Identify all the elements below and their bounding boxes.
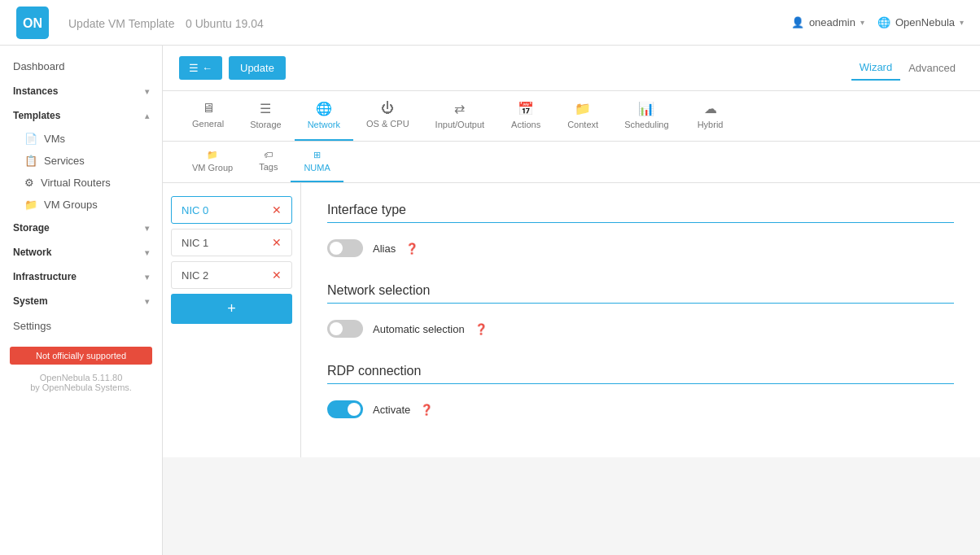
vm-group-tab-icon: 📁	[207, 150, 218, 160]
back-list-icon: ☰	[189, 62, 199, 74]
rdp-activate-help-icon[interactable]: ❓	[420, 404, 433, 416]
tab-network[interactable]: 🌐 Network	[295, 91, 353, 141]
alias-help-icon[interactable]: ❓	[405, 243, 418, 255]
toolbar-right: Wizard Advanced	[851, 55, 964, 81]
svg-text:ON: ON	[23, 15, 42, 29]
context-icon: 📁	[575, 101, 591, 116]
cloud-chevron-icon: ▾	[960, 18, 964, 27]
user-name: oneadmin	[809, 16, 855, 28]
activate-label: Activate	[373, 404, 410, 416]
tab-input-output[interactable]: ⇄ Input/Output	[422, 91, 498, 141]
sidebar-item-virtual-routers[interactable]: ⚙ Virtual Routers	[0, 172, 162, 194]
automatic-selection-row: Automatic selection ❓	[327, 313, 954, 344]
logo-icon: ON	[16, 7, 49, 39]
sidebar-item-vm-groups[interactable]: 📁 VM Groups	[0, 194, 162, 216]
tab-scheduling[interactable]: 📊 Scheduling	[611, 91, 681, 141]
interface-type-section: Interface type Alias ❓	[327, 203, 954, 264]
advanced-button[interactable]: Advanced	[900, 56, 964, 80]
alias-row: Alias ❓	[327, 233, 954, 264]
user-icon: 👤	[791, 16, 804, 28]
alias-toggle-slider	[327, 239, 363, 257]
services-icon: 📋	[24, 155, 37, 167]
tab2-vm-group[interactable]: 📁 VM Group	[179, 142, 246, 182]
header-left: ON Update VM Template 0 Ubuntu 19.04	[16, 7, 264, 39]
network-tab-icon: 🌐	[316, 101, 332, 116]
back-arrow-icon: ←	[202, 62, 212, 74]
user-info[interactable]: 👤 oneadmin ▾	[791, 16, 864, 28]
sidebar-item-dashboard[interactable]: Dashboard	[0, 54, 162, 79]
toolbar: ☰ ← Update Wizard Advanced	[163, 46, 980, 91]
rdp-activate-row: Activate ❓	[327, 394, 954, 425]
automatic-selection-slider	[327, 320, 363, 338]
sidebar-item-settings[interactable]: Settings	[0, 313, 162, 339]
storage-chevron-icon: ▾	[145, 224, 149, 233]
tabs-row2: 📁 VM Group 🏷 Tags ⊞ NUMA	[163, 142, 980, 183]
nic2-delete-icon[interactable]: ✕	[272, 269, 282, 282]
tab-context[interactable]: 📁 Context	[554, 91, 611, 141]
sidebar-item-vms[interactable]: 📄 VMs	[0, 128, 162, 150]
cloud-icon: 🌐	[877, 16, 890, 28]
sidebar-section-infrastructure[interactable]: Infrastructure ▾	[0, 264, 162, 289]
alias-label: Alias	[373, 243, 396, 255]
nic-panel: NIC 0 ✕ NIC 1 ✕ NIC 2 ✕ +	[163, 183, 301, 457]
storage-tab-icon: ☰	[260, 101, 271, 116]
back-button[interactable]: ☰ ←	[179, 56, 222, 80]
virtual-routers-icon: ⚙	[24, 177, 34, 189]
nic1-delete-icon[interactable]: ✕	[272, 236, 282, 249]
numa-tab-icon: ⊞	[313, 150, 321, 160]
cloud-info[interactable]: 🌐 OpenNebula ▾	[877, 16, 964, 28]
tab-hybrid[interactable]: ☁ Hybrid	[682, 91, 739, 141]
sidebar-section-network[interactable]: Network ▾	[0, 240, 162, 264]
system-chevron-icon: ▾	[145, 297, 149, 306]
alias-toggle[interactable]	[327, 239, 363, 257]
main-tabs: 🖥 General ☰ Storage 🌐 Network ⏻ OS & CPU…	[163, 91, 980, 142]
vm-groups-icon: 📁	[24, 199, 37, 211]
vms-icon: 📄	[24, 133, 37, 145]
detail-panel: Interface type Alias ❓ Network selection	[301, 183, 980, 457]
nic2-item[interactable]: NIC 2 ✕	[171, 261, 292, 289]
header-right: 👤 oneadmin ▾ 🌐 OpenNebula ▾	[791, 16, 964, 28]
sidebar-section-system[interactable]: System ▾	[0, 289, 162, 313]
sidebar: Dashboard Instances ▾ Templates ▴ 📄 VMs …	[0, 46, 163, 555]
add-nic-button[interactable]: +	[171, 294, 292, 324]
tags-tab-icon: 🏷	[264, 150, 273, 160]
content-area: NIC 0 ✕ NIC 1 ✕ NIC 2 ✕ + I	[163, 183, 980, 457]
rdp-activate-toggle[interactable]	[327, 400, 363, 418]
scheduling-icon: 📊	[638, 101, 654, 116]
infrastructure-chevron-icon: ▾	[145, 273, 149, 282]
tab-storage[interactable]: ☰ Storage	[237, 91, 295, 141]
logo: ON	[16, 7, 49, 39]
network-chevron-icon: ▾	[145, 248, 149, 257]
input-output-icon: ⇄	[454, 101, 465, 116]
version-info: OpenNebula 5.11.80 by OpenNebula Systems…	[0, 373, 162, 392]
nic1-item[interactable]: NIC 1 ✕	[171, 229, 292, 256]
version-by: by OpenNebula Systems.	[0, 382, 162, 392]
nic0-item[interactable]: NIC 0 ✕	[171, 196, 292, 224]
tab-actions[interactable]: 📅 Actions	[497, 91, 554, 141]
not-supported-badge: Not officially supported	[10, 347, 152, 365]
tab-os-cpu[interactable]: ⏻ OS & CPU	[353, 91, 422, 141]
wizard-button[interactable]: Wizard	[851, 55, 900, 81]
tab-general[interactable]: 🖥 General	[179, 91, 237, 141]
instances-chevron-icon: ▾	[145, 87, 149, 96]
hybrid-icon: ☁	[704, 101, 717, 116]
os-cpu-icon: ⏻	[381, 101, 394, 116]
sidebar-item-services[interactable]: 📋 Services	[0, 150, 162, 172]
header: ON Update VM Template 0 Ubuntu 19.04 👤 o…	[0, 0, 980, 46]
automatic-selection-label: Automatic selection	[373, 323, 465, 335]
sidebar-section-instances[interactable]: Instances ▾	[0, 79, 162, 103]
main-content: ☰ ← Update Wizard Advanced 🖥	[163, 46, 980, 555]
sidebar-section-storage[interactable]: Storage ▾	[0, 216, 162, 240]
layout: Dashboard Instances ▾ Templates ▴ 📄 VMs …	[0, 46, 980, 555]
network-selection-section: Network selection Automatic selection ❓	[327, 283, 954, 344]
actions-icon: 📅	[518, 101, 534, 116]
automatic-selection-toggle[interactable]	[327, 320, 363, 338]
cloud-name: OpenNebula	[895, 16, 955, 28]
update-button[interactable]: Update	[229, 56, 286, 80]
tab2-tags[interactable]: 🏷 Tags	[246, 142, 291, 182]
sidebar-section-templates[interactable]: Templates ▴	[0, 103, 162, 128]
tab2-numa[interactable]: ⊞ NUMA	[291, 142, 343, 182]
nic0-delete-icon[interactable]: ✕	[272, 203, 282, 216]
version-text: OpenNebula 5.11.80	[0, 373, 162, 382]
automatic-selection-help-icon[interactable]: ❓	[475, 323, 488, 335]
